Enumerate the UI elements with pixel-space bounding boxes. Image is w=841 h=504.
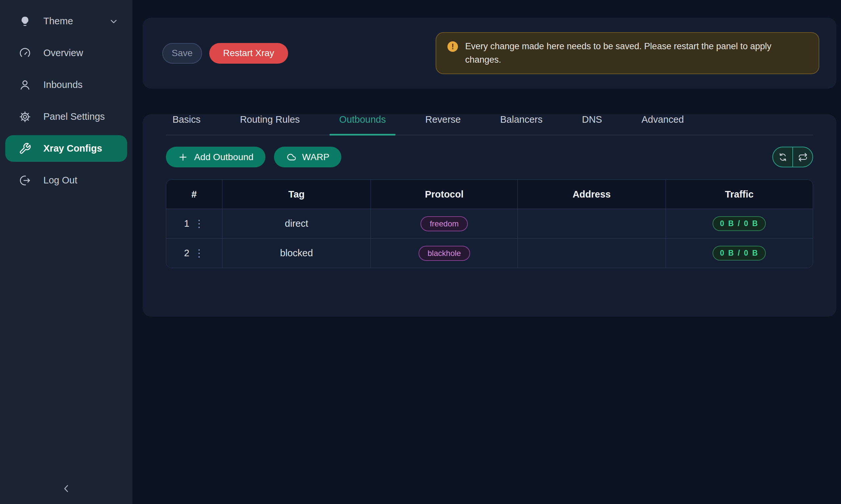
warning-icon: ! [447, 41, 458, 52]
sidebar-item-label: Inbounds [44, 79, 83, 90]
tab-advanced[interactable]: Advanced [641, 114, 684, 135]
sidebar-item-xray-configs[interactable]: Xray Configs [5, 135, 127, 162]
index-cell: 1 ⋮ [166, 209, 222, 238]
gear-icon [18, 110, 32, 123]
sidebar-item-log-out[interactable]: Log Out [5, 167, 127, 194]
column-header-index: # [166, 180, 222, 209]
row-menu-icon[interactable]: ⋮ [194, 218, 204, 229]
address-cell [518, 209, 666, 238]
sidebar-item-theme[interactable]: Theme [5, 8, 127, 34]
wrench-icon [18, 142, 32, 155]
xray-panel-page: Theme Overview Inbounds [0, 0, 841, 504]
protocol-badge: blackhole [418, 246, 470, 261]
restart-xray-button[interactable]: Restart Xray [209, 43, 288, 64]
alert-text: Every change made here needs to be saved… [465, 40, 807, 67]
sidebar: Theme Overview Inbounds [0, 0, 132, 504]
traffic-cell: 0 B / 0 B [666, 238, 813, 268]
traffic-badge: 0 B / 0 B [713, 216, 766, 231]
protocol-cell: freedom [371, 209, 518, 238]
warp-button[interactable]: WARP [274, 147, 341, 167]
sidebar-item-overview[interactable]: Overview [5, 40, 127, 66]
sync-button[interactable] [773, 147, 792, 167]
save-button[interactable]: Save [162, 43, 202, 64]
sidebar-item-label: Theme [44, 16, 73, 26]
column-header-traffic: Traffic [666, 180, 813, 209]
chevron-left-icon [61, 483, 72, 494]
restart-warning-alert: ! Every change made here needs to be sav… [435, 32, 819, 74]
logout-icon [18, 174, 32, 187]
sidebar-item-label: Panel Settings [44, 111, 105, 122]
row-index: 2 [184, 248, 189, 258]
tab-reverse[interactable]: Reverse [425, 114, 461, 135]
column-header-tag: Tag [222, 180, 371, 209]
table-header-row: # Tag Protocol Address Traffic [166, 180, 813, 209]
cloud-icon [286, 152, 296, 162]
tab-basics[interactable]: Basics [172, 114, 201, 135]
user-icon [18, 78, 32, 92]
bulb-icon [18, 15, 32, 28]
tag-cell: direct [222, 209, 371, 238]
tab-dns[interactable]: DNS [582, 114, 602, 135]
repeat-button[interactable] [792, 147, 812, 167]
column-header-protocol: Protocol [371, 180, 518, 209]
chevron-down-icon [109, 16, 119, 26]
table-row: 1 ⋮ direct freedom 0 B / 0 B [166, 209, 813, 238]
refresh-button-group [772, 147, 813, 167]
traffic-cell: 0 B / 0 B [666, 209, 813, 238]
save-restart-card: Save Restart Xray ! Every change made he… [142, 18, 836, 89]
sidebar-item-inbounds[interactable]: Inbounds [5, 72, 127, 98]
index-cell: 2 ⋮ [166, 238, 222, 268]
protocol-cell: blackhole [371, 238, 518, 268]
traffic-badge: 0 B / 0 B [713, 246, 766, 260]
table-row: 2 ⋮ blocked blackhole 0 B / 0 B [166, 238, 813, 268]
config-tab-bar: Basics Routing Rules Outbounds Reverse B… [166, 114, 813, 135]
repeat-icon [798, 152, 808, 162]
tab-outbounds[interactable]: Outbounds [339, 114, 386, 135]
protocol-badge: freedom [420, 216, 468, 231]
gauge-icon [18, 47, 32, 60]
plus-icon [178, 152, 188, 162]
sync-icon [778, 152, 788, 162]
outbounds-actions-row: Add Outbound WARP [166, 147, 813, 167]
sidebar-item-label: Overview [44, 48, 83, 58]
xray-config-card: Basics Routing Rules Outbounds Reverse B… [142, 114, 836, 317]
main-content: Save Restart Xray ! Every change made he… [132, 0, 841, 504]
address-cell [518, 238, 666, 268]
tab-routing-rules[interactable]: Routing Rules [240, 114, 299, 135]
warp-label: WARP [302, 152, 329, 162]
add-outbound-button[interactable]: Add Outbound [166, 147, 265, 167]
sidebar-item-panel-settings[interactable]: Panel Settings [5, 103, 127, 130]
add-outbound-label: Add Outbound [194, 152, 254, 162]
row-index: 1 [184, 218, 189, 229]
sidebar-item-label: Xray Configs [44, 143, 102, 154]
column-header-address: Address [518, 180, 666, 209]
sidebar-item-label: Log Out [44, 175, 77, 186]
row-menu-icon[interactable]: ⋮ [194, 248, 204, 258]
outbounds-table: # Tag Protocol Address Traffic 1 [166, 179, 813, 268]
sidebar-collapse-button[interactable] [0, 483, 132, 494]
tag-cell: blocked [222, 238, 371, 268]
tab-balancers[interactable]: Balancers [500, 114, 543, 135]
